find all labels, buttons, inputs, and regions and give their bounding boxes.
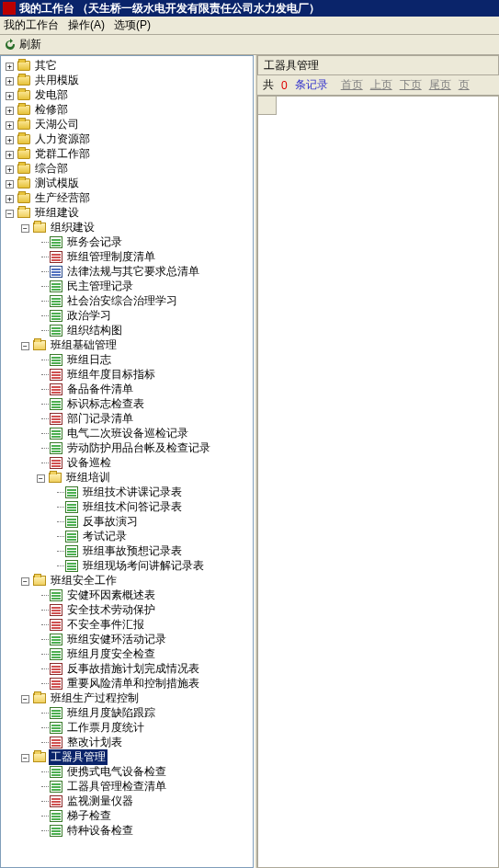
tree-node-label[interactable]: 检修部 [33, 102, 70, 118]
tree-node[interactable]: 工作票月度统计 [3, 720, 253, 735]
tree-node-label[interactable]: 标识标志检查表 [65, 396, 146, 412]
tree-node[interactable]: 不安全事件汇报 [3, 617, 253, 632]
tree-node-label[interactable]: 党群工作部 [33, 146, 92, 162]
menu-workbench[interactable]: 我的工作台 [4, 17, 59, 33]
tree-node[interactable]: 便携式电气设备检查 [3, 764, 253, 779]
tree-node-label[interactable]: 班组日志 [65, 352, 113, 368]
tree-node-label[interactable]: 安健环因素概述表 [65, 588, 157, 603]
tree-node-label[interactable]: 班组基础管理 [49, 337, 119, 353]
tree-node-label[interactable]: 班组生产过程控制 [49, 691, 141, 706]
tree-node[interactable]: −班组培训 [3, 470, 253, 485]
collapse-icon[interactable]: − [21, 754, 29, 762]
collapse-icon[interactable]: − [21, 224, 29, 233]
collapse-icon[interactable]: − [21, 342, 29, 350]
tree-node[interactable]: 班组月度安全检查 [3, 646, 253, 661]
nav-prev[interactable]: 上页 [370, 77, 392, 93]
tree-node-label[interactable]: 班组培训 [64, 470, 112, 485]
tree-node-label[interactable]: 测试模版 [33, 176, 81, 191]
tree-node[interactable]: 班组月度缺陷跟踪 [3, 705, 253, 720]
tree-node[interactable]: 工器具管理检查清单 [3, 779, 253, 794]
tree-node[interactable]: +综合部 [3, 161, 253, 176]
nav-next[interactable]: 下页 [400, 77, 422, 93]
tree-node[interactable]: 梯子检查 [3, 808, 253, 823]
tree-node[interactable]: −班组建设 [3, 205, 253, 220]
tree-node[interactable]: 劳动防护用品台帐及检查记录 [3, 440, 253, 455]
tree-node-label[interactable]: 班组现场考问讲解记录表 [81, 558, 206, 574]
collapse-icon[interactable]: − [21, 695, 29, 703]
tree-node[interactable]: 班务会记录 [3, 234, 253, 249]
nav-last[interactable]: 尾页 [429, 77, 451, 93]
tree-node-label[interactable]: 社会治安综合治理学习 [65, 293, 179, 309]
expand-icon[interactable]: + [6, 77, 14, 86]
tree-node[interactable]: −班组生产过程控制 [3, 691, 253, 705]
collapse-icon[interactable]: − [37, 474, 45, 483]
tree-node-label[interactable]: 天湖公司 [33, 117, 81, 132]
tree-node-label[interactable]: 便携式电气设备检查 [65, 764, 168, 780]
tree-node[interactable]: 班组技术讲课记录表 [3, 485, 253, 499]
tree-node-label[interactable]: 考试记录 [81, 529, 129, 544]
tree-node-label[interactable]: 班组月度缺陷跟踪 [65, 705, 157, 721]
expand-icon[interactable]: + [6, 180, 14, 188]
tree-node-label[interactable]: 发电部 [33, 87, 70, 103]
tree-node[interactable]: 班组年度目标指标 [3, 367, 253, 382]
tree-node[interactable]: +生产经营部 [3, 190, 253, 205]
expand-icon[interactable]: + [6, 166, 14, 174]
tree-node[interactable]: −组织建设 [3, 220, 253, 234]
tree-node-label[interactable]: 班务会记录 [65, 234, 124, 250]
tree-node[interactable]: 整改计划表 [3, 735, 253, 749]
tree-node[interactable]: +检修部 [3, 102, 253, 117]
tree-node[interactable]: −班组安全工作 [3, 573, 253, 588]
menu-options[interactable]: 选项(P) [114, 17, 151, 33]
tree-node[interactable]: 班组管理制度清单 [3, 249, 253, 264]
tree-node-label[interactable]: 班组管理制度清单 [65, 249, 157, 265]
expand-icon[interactable]: + [6, 92, 14, 100]
expand-icon[interactable]: + [6, 63, 14, 71]
tree-node-label[interactable]: 其它 [33, 58, 59, 74]
tree-node-label[interactable]: 综合部 [33, 161, 70, 177]
tree-node-label[interactable]: 共用模版 [33, 73, 81, 88]
tree-node[interactable]: 组织结构图 [3, 323, 253, 337]
tree-node[interactable]: 班组事故预想记录表 [3, 543, 253, 558]
tree-node[interactable]: 班组现场考问讲解记录表 [3, 558, 253, 573]
tree-node[interactable]: +党群工作部 [3, 146, 253, 161]
tree-node[interactable]: 班组技术问答记录表 [3, 499, 253, 514]
tree-node[interactable]: 安全技术劳动保护 [3, 602, 253, 617]
tree-node-label[interactable]: 反事故措施计划完成情况表 [65, 661, 201, 677]
tree-node-label[interactable]: 人力资源部 [33, 131, 92, 147]
tree-node-label[interactable]: 整改计划表 [65, 735, 124, 750]
tree-node[interactable]: 安健环因素概述表 [3, 588, 253, 602]
nav-page[interactable]: 页 [459, 77, 470, 93]
tree-node[interactable]: 重要风险清单和控制措施表 [3, 676, 253, 691]
tree-node-label[interactable]: 监视测量仪器 [65, 794, 135, 809]
tree-panel[interactable]: +其它+共用模版+发电部+检修部+天湖公司+人力资源部+党群工作部+综合部+测试… [0, 55, 254, 868]
collapse-icon[interactable]: − [6, 210, 14, 218]
tree-node[interactable]: +测试模版 [3, 176, 253, 190]
tree-node-label[interactable]: 民主管理记录 [65, 279, 135, 294]
tree-node[interactable]: 设备巡检 [3, 455, 253, 470]
nav-first[interactable]: 首页 [341, 77, 363, 93]
tree-node[interactable]: 监视测量仪器 [3, 794, 253, 808]
tree-node[interactable]: 标识标志检查表 [3, 396, 253, 411]
tree-node[interactable]: 考试记录 [3, 529, 253, 543]
tree-node-label[interactable]: 班组事故预想记录表 [81, 543, 184, 559]
tree-node-label[interactable]: 组织结构图 [65, 323, 124, 338]
tree-node-label[interactable]: 劳动防护用品台帐及检查记录 [65, 440, 212, 456]
tree-node-label[interactable]: 班组安健环活动记录 [65, 632, 168, 647]
tree-node-label[interactable]: 工器具管理 [49, 749, 108, 765]
tree-node[interactable]: −工器具管理 [3, 749, 253, 764]
tree-node[interactable]: +人力资源部 [3, 131, 253, 146]
tree-node-label[interactable]: 安全技术劳动保护 [65, 602, 157, 618]
tree-node[interactable]: 特种设备检查 [3, 823, 253, 838]
expand-icon[interactable]: + [6, 136, 14, 144]
tree-node[interactable]: 备品备件清单 [3, 382, 253, 396]
expand-icon[interactable]: + [6, 121, 14, 130]
tree-node[interactable]: +共用模版 [3, 73, 253, 87]
tree-node-label[interactable]: 备品备件清单 [65, 382, 135, 397]
tree-node[interactable]: 部门记录清单 [3, 411, 253, 426]
tree-node[interactable]: +其它 [3, 58, 253, 73]
tree-node[interactable]: 反事故措施计划完成情况表 [3, 661, 253, 676]
tree-node[interactable]: 社会治安综合治理学习 [3, 293, 253, 308]
menu-operate[interactable]: 操作(A) [68, 17, 105, 33]
tree-node[interactable]: −班组基础管理 [3, 337, 253, 352]
tree-node-label[interactable]: 不安全事件汇报 [65, 617, 146, 633]
